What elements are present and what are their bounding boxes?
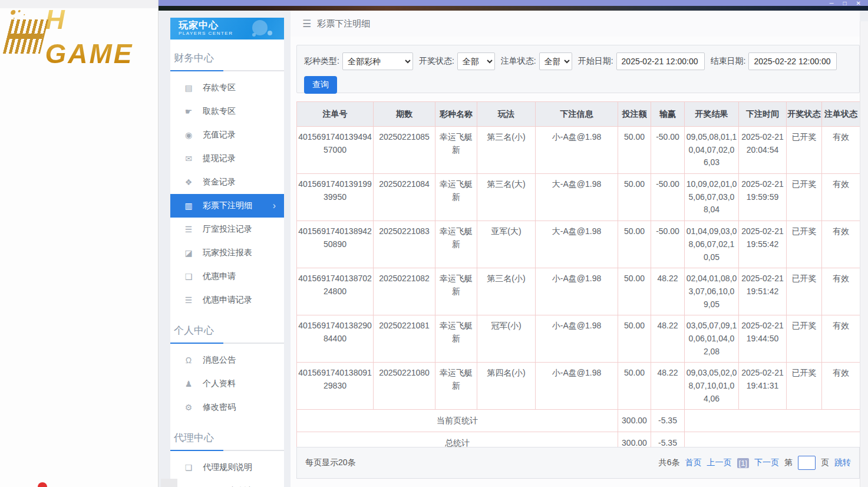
sidebar-item-label: 个人资料 <box>203 379 236 389</box>
sidebar-item-lottery-bet-details[interactable]: ▥彩票下注明细› <box>170 194 284 218</box>
summary-empty-cell <box>685 410 860 432</box>
column-header: 下注时间 <box>739 102 787 127</box>
table-cell: 401569174013949457000 <box>297 127 374 174</box>
table-header-row: 注单号期数彩种名称玩法下注信息投注额输赢开奖结果下注时间开奖状态注单状态 <box>297 102 860 127</box>
sidebar-item-label: 优惠申请记录 <box>203 295 252 305</box>
table-cell: 20250221083 <box>374 221 435 268</box>
prev-page-link[interactable]: 上一页 <box>707 458 732 468</box>
table-cell: 20250221084 <box>374 174 435 221</box>
sidebar-section-title: 代理中心 <box>170 427 284 450</box>
column-header: 期数 <box>374 102 435 127</box>
bet-status-select[interactable]: 全部 <box>539 52 572 70</box>
sidebar-item-promo-apply-record[interactable]: ☰优惠申请记录 <box>170 288 284 312</box>
sidebar-section-title: 个人中心 <box>170 320 284 343</box>
pagination-bar: 每页显示20条 共6条 首页 上一页 [1] 下一页 第 页 跳转 <box>296 447 860 479</box>
sidebar-item-recharge-record[interactable]: ◉充值记录 <box>170 123 284 147</box>
table-cell: 已开奖 <box>787 221 822 268</box>
table-cell: 幸运飞艇新 <box>435 315 477 363</box>
sidebar-item-announcement-bell[interactable]: Ω消息公告 <box>170 348 284 372</box>
sidebar-item-label: 充值记录 <box>203 130 236 140</box>
table-cell: 48.22 <box>651 363 685 410</box>
sidebar-item-player-bet-report[interactable]: ◪玩家投注报表 <box>170 241 284 265</box>
summary-bet-total: 300.00 <box>618 410 651 432</box>
table-cell: 50.00 <box>618 268 651 315</box>
sidebar-item-hall-bet-record[interactable]: ☰厅室投注记录 <box>170 218 284 241</box>
sidebar-item-promo-apply[interactable]: ❑优惠申请 <box>170 265 284 288</box>
table-cell: 已开奖 <box>787 315 822 363</box>
first-page-link[interactable]: 首页 <box>685 458 702 468</box>
sidebar-item-withdraw[interactable]: ☛取款专区 <box>170 100 284 123</box>
sidebar-item-label: 彩票下注明细 <box>203 200 252 211</box>
sidebar-section: 个人中心Ω消息公告♟个人资料⚙修改密码 <box>170 312 284 419</box>
table-cell: 幸运飞艇新 <box>435 174 477 221</box>
table-cell: -50.00 <box>651 174 685 221</box>
pagination-controls: 共6条 首页 上一页 [1] 下一页 第 页 跳转 <box>659 456 851 470</box>
table-cell: 401569174013829084400 <box>297 315 374 363</box>
column-header: 玩法 <box>477 102 536 127</box>
app-body: 玩家中心 PLAYERS CENTER 财务中心▤存款专区☛取款专区◉充值记录✉… <box>159 11 868 487</box>
close-icon[interactable]: ✕ <box>856 0 861 6</box>
query-button[interactable]: 查询 <box>304 76 337 94</box>
table-cell: -50.00 <box>651 127 685 174</box>
table-cell: 有效 <box>822 221 860 268</box>
column-header: 投注额 <box>618 102 651 127</box>
jump-button[interactable]: 跳转 <box>834 458 851 468</box>
sidebar-item-agent-rules[interactable]: ❏代理规则说明 <box>170 456 284 479</box>
player-center-window: ─ □ ✕ 玩家中心 PLAYERS CENTER 财务中心▤存款专区☛取款专区… <box>158 0 868 487</box>
sidebar-item-label: 消息公告 <box>203 355 236 366</box>
promo-apply-icon: ❑ <box>182 272 195 281</box>
table-cell: 小-A盘@1.98 <box>536 363 618 410</box>
window-scrollbar[interactable] <box>860 21 868 487</box>
page-size-label: 每页显示20条 <box>305 458 356 468</box>
sidebar-item-label: 修改密码 <box>203 402 236 413</box>
table-cell: 03,05,07,09,10,06,01,04,02,08 <box>685 315 739 363</box>
sidebar-item-label: 存款专区 <box>203 83 236 93</box>
start-date-label: 开始日期: <box>578 56 613 67</box>
maximize-icon[interactable]: □ <box>843 0 847 6</box>
next-page-link[interactable]: 下一页 <box>754 458 779 468</box>
withdraw-icon: ☛ <box>182 107 195 116</box>
sidebar-item-label: 取款专区 <box>203 106 236 117</box>
menu-hamburger-icon[interactable]: ☰ <box>302 18 311 30</box>
table-cell: 大-A盘@1.98 <box>536 221 618 268</box>
sidebar-item-profile[interactable]: ♟个人资料 <box>170 372 284 396</box>
sidebar-item-deposit[interactable]: ▤存款专区 <box>170 76 284 100</box>
start-date-input[interactable] <box>616 52 705 70</box>
table-cell: 401569174013870224800 <box>297 268 374 315</box>
table-cell: 2025-02-21 19:59:59 <box>739 174 787 221</box>
table-row: 40156917401380912983020250221080幸运飞艇新第四名… <box>297 363 860 410</box>
summary-label: 当前页统计 <box>297 410 618 432</box>
sidebar-item-label: 代理规则说明 <box>203 462 252 473</box>
sidebar-item-list: ▤存款专区☛取款专区◉充值记录✉提现记录❖资金记录▥彩票下注明细›☰厅室投注记录… <box>170 71 284 312</box>
table-cell: 有效 <box>822 268 860 315</box>
table-cell: 02,04,01,08,03,07,06,10,09,05 <box>685 268 739 315</box>
table-body: 40156917401394945700020250221085幸运飞艇新第三名… <box>297 127 860 455</box>
table-cell: 50.00 <box>618 221 651 268</box>
minimize-icon[interactable]: ─ <box>829 0 833 6</box>
deposit-icon: ▤ <box>182 83 195 93</box>
table-cell: 2025-02-21 19:55:42 <box>739 221 787 268</box>
current-page-badge: [1] <box>737 458 749 468</box>
sidebar-item-agent-team-stats[interactable]: ◫代理团队统计 <box>170 479 284 487</box>
column-header: 开奖结果 <box>685 102 739 127</box>
banner-strip <box>159 6 868 11</box>
table-cell: 幸运飞艇新 <box>435 127 477 174</box>
end-date-input[interactable] <box>748 52 837 70</box>
sidebar-item-funds-record[interactable]: ❖资金记录 <box>170 170 284 194</box>
page-jump-input[interactable] <box>798 456 816 470</box>
sidebar-item-withdrawal-record[interactable]: ✉提现记录 <box>170 147 284 170</box>
chevron-right-icon: › <box>273 200 276 211</box>
table-head: 注单号期数彩种名称玩法下注信息投注额输赢开奖结果下注时间开奖状态注单状态 <box>297 102 860 127</box>
draw-status-select[interactable]: 全部 <box>457 52 495 70</box>
hh-game-logo[interactable]: H GAME <box>7 13 158 60</box>
lottery-type-select[interactable]: 全部彩种 <box>342 52 413 70</box>
table-cell: 50.00 <box>618 174 651 221</box>
column-header: 输赢 <box>651 102 685 127</box>
table-cell: 有效 <box>822 315 860 363</box>
sidebar-item-change-password-gear[interactable]: ⚙修改密码 <box>170 396 284 419</box>
bet-details-table: 注单号期数彩种名称玩法下注信息投注额输赢开奖结果下注时间开奖状态注单状态 401… <box>296 101 860 455</box>
table-cell: 401569174013919939950 <box>297 174 374 221</box>
table-row: 40156917401394945700020250221085幸运飞艇新第三名… <box>297 127 860 174</box>
table-cell: 01,04,09,03,08,06,07,02,10,05 <box>685 221 739 268</box>
table-cell: 小-A盘@1.98 <box>536 268 618 315</box>
